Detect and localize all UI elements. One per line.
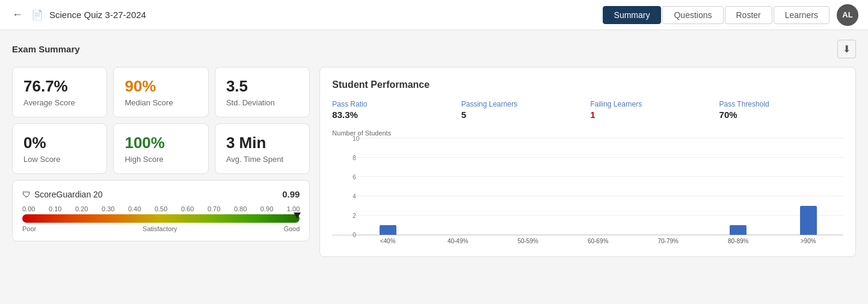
high-score-label: High Score [125,155,197,164]
metric-failing-learners-value: 1 [590,110,714,120]
metric-pass-ratio-label: Pass Ratio [332,100,456,108]
std-deviation-value: 3.5 [226,77,298,96]
page-title: Science Quiz 3-27-2024 [49,10,146,20]
sg-marker [294,212,301,219]
average-score-label: Average Score [23,98,96,107]
bars-row [352,139,843,235]
tab-summary[interactable]: Summary [603,6,662,24]
main-grid: 76.7% Average Score 90% Median Score 3.5… [12,67,856,257]
bar-col-60-69 [563,139,633,235]
stat-card-high-score: 100% High Score [113,123,208,174]
tab-questions[interactable]: Questions [662,6,723,24]
bar-col-40-49 [423,139,493,235]
perf-metrics: Pass Ratio 83.3% Passing Learners 5 Fail… [332,100,843,120]
section-header: Exam Summary ⬇ [12,40,856,58]
x-labels-row: <40% 40-49% 50-59% 60-69% 70-79% 80-89% … [332,238,843,244]
sg-title-text: ScoreGuardian 20 [34,190,103,199]
download-button[interactable]: ⬇ [837,40,856,58]
metric-passing-learners-label: Passing Learners [461,100,585,108]
sg-header: 🛡 ScoreGuardian 20 0.99 [22,189,300,199]
sg-footer: Poor Satisfactory Good [22,225,300,232]
metric-pass-threshold-value: 70% [719,110,843,120]
bar-col-lt40 [352,139,423,235]
chart-grid: 10 8 6 4 2 0 [332,139,843,235]
chart-y-label: Number of Students [332,129,843,137]
tab-learners[interactable]: Learners [774,6,830,24]
bar-col-80-89 [703,139,774,235]
bar-80-89 [730,225,746,235]
metric-failing-learners: Failing Learners 1 [590,100,714,120]
bar-col-70-79 [633,139,703,235]
average-score-value: 76.7% [23,77,96,96]
nav-tabs: Summary Questions Roster Learners [603,6,830,24]
stat-card-low-score: 0% Low Score [12,123,107,174]
section-title: Exam Summary [12,44,80,54]
bar-gt90 [800,206,817,235]
sg-scale-labels: 0.00 0.10 0.20 0.30 0.40 0.50 0.60 0.70 … [22,205,300,212]
stats-grid: 76.7% Average Score 90% Median Score 3.5… [12,67,310,174]
bar-col-gt90 [773,139,843,235]
metric-pass-ratio: Pass Ratio 83.3% [332,100,456,120]
sg-bar [22,214,300,223]
bar-lt40 [380,225,396,235]
stat-card-average-score: 76.7% Average Score [12,67,107,117]
metric-pass-threshold-label: Pass Threshold [719,100,843,108]
header-left: ← 📄 Science Quiz 3-27-2024 [10,6,603,23]
x-label-60-69: 60-69% [563,238,633,244]
stat-card-median-score: 90% Median Score [113,67,208,117]
perf-title: Student Performance [332,79,843,90]
metric-passing-learners: Passing Learners 5 [461,100,585,120]
back-button[interactable]: ← [10,6,25,23]
stat-card-std-deviation: 3.5 Std. Deviation [215,67,310,117]
low-score-label: Low Score [23,155,96,164]
sg-footer-good: Good [283,225,300,232]
x-label-gt90: >90% [773,238,843,244]
sg-value: 0.99 [282,189,300,199]
score-guardian-card: 🛡 ScoreGuardian 20 0.99 0.00 0.10 0.20 0… [12,180,310,241]
x-label-80-89: 80-89% [703,238,774,244]
sg-icon: 🛡 [22,190,31,199]
x-label-50-59: 50-59% [493,238,563,244]
avatar[interactable]: AL [837,4,858,26]
metric-passing-learners-value: 5 [461,110,585,120]
std-deviation-label: Std. Deviation [226,98,298,107]
stats-section: 76.7% Average Score 90% Median Score 3.5… [12,67,310,257]
sg-footer-poor: Poor [22,225,36,232]
avg-time-value: 3 Min [226,134,298,152]
chart-area: Number of Students 10 8 6 4 2 0 [332,129,843,244]
sg-title: 🛡 ScoreGuardian 20 [22,190,103,199]
x-label-40-49: 40-49% [423,238,493,244]
high-score-value: 100% [125,134,197,152]
metric-pass-ratio-value: 83.3% [332,110,456,120]
bar-col-50-59 [493,139,563,235]
metric-failing-learners-label: Failing Learners [590,100,714,108]
avg-time-label: Avg. Time Spent [226,155,298,164]
x-label-70-79: 70-79% [633,238,703,244]
sg-bar-container [22,214,300,223]
header: ← 📄 Science Quiz 3-27-2024 Summary Quest… [0,0,868,30]
content: Exam Summary ⬇ 76.7% Average Score 90% M… [0,30,868,304]
median-score-value: 90% [125,77,197,96]
median-score-label: Median Score [125,98,197,107]
stat-card-avg-time: 3 Min Avg. Time Spent [215,123,310,174]
performance-panel: Student Performance Pass Ratio 83.3% Pas… [319,67,856,257]
x-label-lt40: <40% [352,238,423,244]
low-score-value: 0% [23,134,96,152]
metric-pass-threshold: Pass Threshold 70% [719,100,843,120]
sg-footer-satisfactory: Satisfactory [143,225,177,232]
tab-roster[interactable]: Roster [725,6,772,24]
file-icon: 📄 [31,9,43,20]
